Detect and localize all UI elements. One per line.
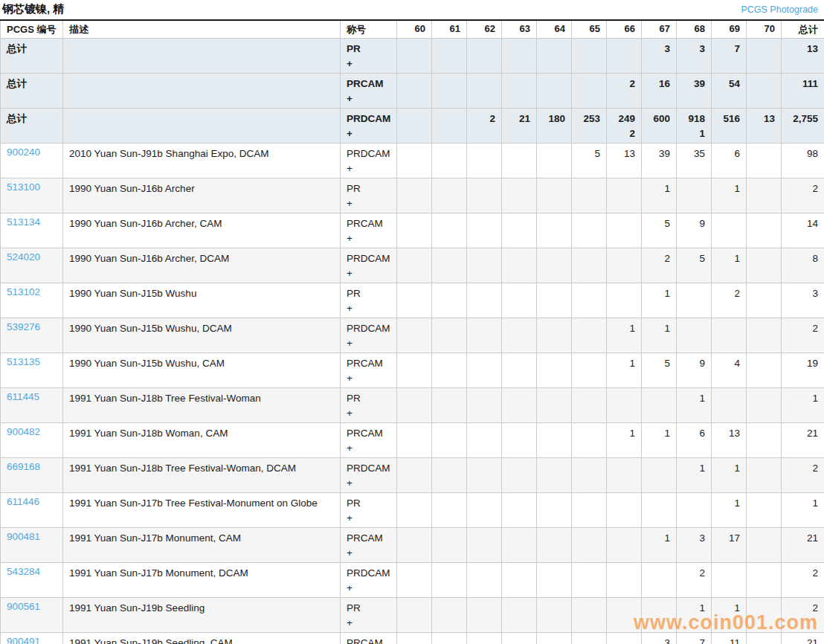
total-label-cell: 总计 xyxy=(1,39,63,74)
grade-62-cell xyxy=(467,423,502,458)
grade-67-cell-line: 1 xyxy=(648,321,670,336)
grade-62-cell xyxy=(467,144,502,178)
description-cell: 1991 Yuan Sun-J17b Tree Festival-Monumen… xyxy=(63,493,341,528)
cert-link[interactable]: 513134 xyxy=(7,216,40,228)
grade-62-cell xyxy=(467,493,502,528)
description-cell: 1990 Yuan Sun-J15b Wushu, DCAM xyxy=(63,318,341,353)
designation-cell-line: PRDCAM xyxy=(347,251,390,266)
cert-link[interactable]: 524020 xyxy=(7,251,40,263)
grade-63-cell-line: 21 xyxy=(508,112,530,126)
cert-number-cell: 611446 xyxy=(1,493,63,528)
grade-70-cell xyxy=(747,528,782,563)
cert-link[interactable]: 900240 xyxy=(7,146,40,158)
designation-cell-line: + xyxy=(347,196,390,211)
designation-cell: PR+ xyxy=(341,388,397,423)
total-cell: 13 xyxy=(782,39,824,74)
table-row: 9004811991 Yuan Sun-J17b Monument, CAMPR… xyxy=(1,528,824,563)
grade-64-cell xyxy=(537,633,572,644)
grade-68-cell: 39 xyxy=(677,74,712,109)
description-cell-line: 1991 Yuan Sun-J18b Tree Festival-Woman, … xyxy=(69,461,334,476)
total-cell-line: 98 xyxy=(788,146,818,161)
grade-62-cell xyxy=(467,283,502,318)
designation-cell: PRDCAM+ xyxy=(341,144,397,178)
grade-61-cell xyxy=(432,144,467,178)
table-row: 5131001990 Yuan Sun-J16b ArcherPR+112 xyxy=(1,178,824,213)
cert-link[interactable]: 513135 xyxy=(7,356,40,367)
grade-67-cell-line: 1 xyxy=(648,286,670,301)
grade-65-cell xyxy=(572,458,607,493)
grade-65-cell xyxy=(572,283,607,318)
cert-link[interactable]: 513102 xyxy=(7,286,40,297)
total-cell: 21 xyxy=(782,528,824,563)
designation-cell: PR+ xyxy=(341,178,397,213)
total-label-cell: 总计 xyxy=(1,109,63,144)
description-cell xyxy=(63,39,341,74)
grade-69-cell: 1 xyxy=(712,493,747,528)
col-header-66: 66 xyxy=(607,20,642,39)
grade-69-cell: 1 xyxy=(712,458,747,493)
grade-67-cell: 1 xyxy=(642,318,677,353)
cert-link[interactable]: 900481 xyxy=(7,531,40,542)
total-label-cell: 总计 xyxy=(1,74,63,109)
grade-60-cell xyxy=(397,109,432,144)
total-cell: 14 xyxy=(782,213,824,248)
designation-cell: PR+ xyxy=(341,493,397,528)
designation-cell-line: PRCAM xyxy=(347,531,390,546)
cert-link[interactable]: 611446 xyxy=(7,496,39,507)
grade-68-cell xyxy=(677,283,712,318)
grade-61-cell xyxy=(432,178,467,213)
cert-link[interactable]: 539276 xyxy=(7,321,40,332)
grade-65-cell xyxy=(572,598,607,633)
grade-68-cell: 9 xyxy=(677,353,712,388)
description-cell-line: 1991 Yuan Sun-J17b Monument, CAM xyxy=(69,531,334,546)
designation-cell-line: + xyxy=(347,441,390,456)
total-cell-line: 3 xyxy=(788,286,818,301)
grade-70-cell xyxy=(747,598,782,633)
total-cell-line: 21 xyxy=(788,426,818,441)
cert-link[interactable]: 900482 xyxy=(7,426,40,437)
grade-62-cell xyxy=(467,388,502,423)
grade-69-cell-line: 516 xyxy=(718,112,740,126)
description-cell: 1990 Yuan Sun-J16b Archer xyxy=(63,178,341,213)
col-header-69: 69 xyxy=(712,20,747,39)
description-cell-line: 1990 Yuan Sun-J15b Wushu xyxy=(69,286,334,301)
grade-62-cell xyxy=(467,353,502,388)
grade-67-cell-line: 5 xyxy=(648,356,670,371)
grade-68-cell: 1 xyxy=(677,458,712,493)
description-cell-line: 2010 Yuan Sun-J91b Shanghai Expo, DCAM xyxy=(69,146,334,161)
designation-cell-line: PRCAM xyxy=(347,636,390,644)
description-cell-line: 1991 Yuan Sun-J17b Tree Festival-Monumen… xyxy=(69,496,334,511)
grade-69-cell-line: 13 xyxy=(718,426,740,441)
pcgs-photograde-link[interactable]: PCGS Photograde xyxy=(741,4,818,15)
cert-link[interactable]: 669168 xyxy=(7,461,40,472)
grade-68-cell-line: 918 xyxy=(683,112,705,126)
table-row: 5131021990 Yuan Sun-J15b WushuPR+123 xyxy=(1,283,824,318)
total-cell-line: 2 xyxy=(788,321,818,336)
grade-61-cell xyxy=(432,598,467,633)
cert-link[interactable]: 900491 xyxy=(7,636,40,644)
total-cell-line: 111 xyxy=(788,77,818,91)
grade-67-cell: 3 xyxy=(642,633,677,644)
cert-link[interactable]: 611445 xyxy=(7,391,39,402)
col-header-designation: 称号 xyxy=(341,20,397,39)
total-cell: 1 xyxy=(782,493,824,528)
total-label-cell-line: 总计 xyxy=(7,112,57,126)
cert-link[interactable]: 543284 xyxy=(7,566,40,577)
designation-cell-line: PRDCAM xyxy=(347,146,390,161)
cert-link[interactable]: 900561 xyxy=(7,601,40,612)
grade-67-cell-line: 1 xyxy=(648,426,670,441)
col-header-70: 70 xyxy=(747,20,782,39)
cert-link[interactable]: 513100 xyxy=(7,181,40,193)
grade-66-cell xyxy=(607,283,642,318)
grade-66-cell xyxy=(607,458,642,493)
grade-61-cell xyxy=(432,39,467,74)
description-cell-line: 1991 Yuan Sun-J17b Monument, DCAM xyxy=(69,566,334,581)
total-cell-line: 13 xyxy=(788,42,818,57)
grade-61-cell xyxy=(432,353,467,388)
grade-68-cell xyxy=(677,178,712,213)
col-header-61: 61 xyxy=(432,20,467,39)
grade-67-cell: 3 xyxy=(642,39,677,74)
grade-70-cell xyxy=(747,353,782,388)
grade-66-cell-line: 249 xyxy=(613,112,635,126)
grade-69-cell-line: 1 xyxy=(718,601,740,616)
